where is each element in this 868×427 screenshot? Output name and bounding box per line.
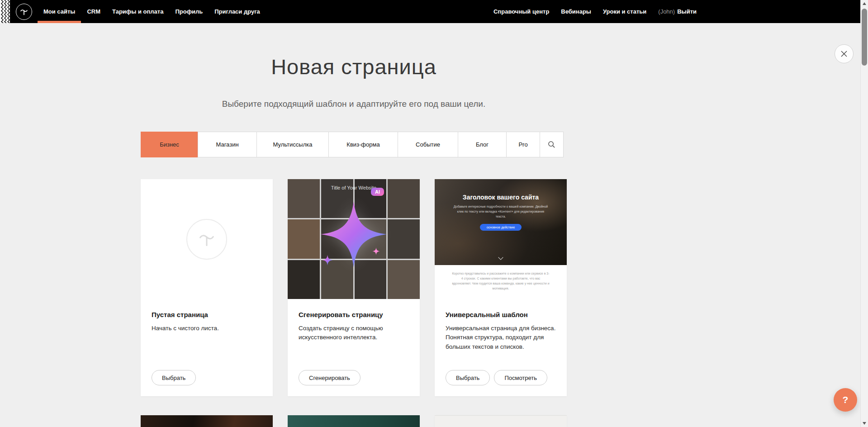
select-blank-button[interactable]: Выбрать — [152, 370, 196, 385]
tilda-logo-icon — [19, 7, 29, 17]
chevron-down-icon — [498, 255, 503, 260]
scrollbar-thumb[interactable] — [862, 9, 867, 66]
card-body: Сгенерировать страницу Создать страницу … — [288, 299, 420, 396]
preview-heading: Заголовок вашего сайта — [435, 179, 567, 201]
ai-sparkle-small-icon — [322, 255, 333, 266]
page-title: Новая страница — [141, 54, 567, 79]
tab-multilink[interactable]: Мультиссылка — [256, 132, 329, 157]
scrollbar[interactable] — [860, 0, 868, 427]
page-subtitle: Выберите подходящий шаблон и адаптируйте… — [141, 99, 567, 109]
card-actions: Сгенерировать — [299, 370, 409, 385]
nav-item-help-center[interactable]: Справочный центр — [488, 8, 555, 15]
ai-badge: AI — [371, 188, 384, 196]
scroll-down-arrow-icon[interactable] — [863, 422, 866, 425]
logout-label: Выйти — [677, 8, 697, 15]
tilda-watermark-icon — [186, 219, 227, 260]
card-title: Пустая страница — [152, 311, 262, 318]
main-menu: Мои сайты CRM Тарифы и оплата Профиль Пр… — [38, 0, 266, 23]
card-title: Сгенерировать страницу — [299, 311, 409, 318]
view-universal-button[interactable]: Посмотреть — [494, 370, 547, 385]
card-description: Создать страницу с помощью искусственног… — [299, 324, 409, 342]
new-page-dialog: Новая страница Выберите подходящий шабло… — [0, 54, 868, 427]
nav-item-webinars[interactable]: Вебинары — [555, 8, 597, 15]
nav-item-profile[interactable]: Профиль — [169, 0, 209, 23]
close-button[interactable] — [835, 44, 854, 63]
search-tab[interactable] — [540, 132, 564, 157]
template-card-partial-1 — [141, 415, 273, 427]
template-card-universal: Заголовок вашего сайта Добавьте интересн… — [435, 179, 567, 396]
select-universal-button[interactable]: Выбрать — [446, 370, 490, 385]
card-description: Начать с чистого листа. — [152, 324, 262, 333]
tab-event[interactable]: Событие — [398, 132, 458, 157]
nav-item-crm[interactable]: CRM — [81, 0, 106, 23]
preview-hero: Заголовок вашего сайта Добавьте интересн… — [435, 179, 567, 265]
nav-item-plans-payment[interactable]: Тарифы и оплата — [106, 0, 169, 23]
app-root: Мои сайты CRM Тарифы и оплата Профиль Пр… — [0, 0, 868, 427]
template-preview-partial — [288, 415, 420, 427]
category-tabs: Бизнес Магазин Мультиссылка Квиз-форма С… — [141, 132, 567, 157]
preview-cta-button: основное действие — [480, 224, 522, 231]
scroll-up-arrow-icon[interactable] — [863, 2, 866, 5]
account-name: (John) — [658, 8, 675, 15]
template-preview-partial — [141, 415, 273, 427]
template-card-generate: Title of Your Website AI Сгенерировать с… — [288, 179, 420, 396]
card-body: Универсальный шаблон Универсальная стран… — [435, 299, 567, 396]
card-actions: Выбрать Посмотреть — [446, 370, 556, 385]
dialog-header: Новая страница Выберите подходящий шабло… — [141, 54, 567, 109]
account-logout[interactable]: (John) Выйти — [652, 8, 697, 15]
zigzag-pattern-icon — [0, 0, 10, 23]
tab-business[interactable]: Бизнес — [141, 132, 198, 157]
nav-item-my-sites[interactable]: Мои сайты — [38, 0, 81, 23]
nav-item-invite-friend[interactable]: Пригласи друга — [209, 0, 266, 23]
card-description: Универсальная страница для бизнеса. Поня… — [446, 324, 556, 351]
universal-template-preview: Заголовок вашего сайта Добавьте интересн… — [435, 179, 567, 299]
template-preview-partial — [435, 415, 567, 427]
help-button[interactable]: ? — [834, 388, 857, 412]
secondary-menu: Справочный центр Вебинары Уроки и статьи… — [488, 0, 697, 23]
search-icon — [548, 141, 555, 148]
nav-item-lessons[interactable]: Уроки и статьи — [597, 8, 652, 15]
template-card-blank: Пустая страница Начать с чистого листа. … — [141, 179, 273, 396]
card-title: Универсальный шаблон — [446, 311, 556, 318]
ai-sparkle-tiny-icon — [372, 247, 380, 255]
tilda-logo[interactable] — [16, 4, 32, 20]
generate-page-button[interactable]: Сгенерировать — [299, 370, 360, 385]
top-navbar: Мои сайты CRM Тарифы и оплата Профиль Пр… — [0, 0, 868, 23]
blank-template-preview — [141, 179, 273, 299]
template-card-partial-3 — [435, 415, 567, 427]
preview-body-text: Коротко представьтесь и расскажите о ком… — [435, 265, 567, 299]
card-body: Пустая страница Начать с чистого листа. … — [141, 299, 273, 396]
template-card-partial-2 — [288, 415, 420, 427]
preview-subtext: Добавьте интересные подробности о вашей … — [452, 204, 550, 219]
ai-template-preview: Title of Your Website AI — [288, 179, 420, 299]
preview-site-title: Title of Your Website — [288, 185, 420, 190]
tab-blog[interactable]: Блог — [458, 132, 507, 157]
card-actions: Выбрать — [152, 370, 262, 385]
close-icon — [840, 50, 848, 57]
tab-pro[interactable]: Pro — [506, 132, 540, 157]
tab-store[interactable]: Магазин — [198, 132, 257, 157]
template-grid: Пустая страница Начать с чистого листа. … — [141, 179, 567, 427]
tab-quiz-form[interactable]: Квиз-форма — [328, 132, 398, 157]
